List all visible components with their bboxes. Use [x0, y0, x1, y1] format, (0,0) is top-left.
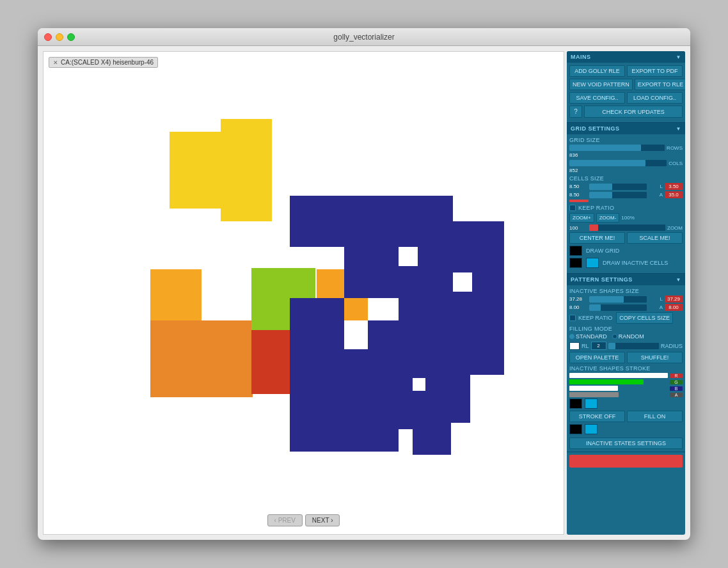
copy-cells-button[interactable]: COPY CELLS SIZE [616, 312, 673, 324]
cell-indicator [569, 200, 589, 202]
cell-a-track[interactable] [589, 192, 647, 198]
zoom-label: ZOOM [667, 225, 683, 231]
zoom-track[interactable] [589, 225, 665, 231]
svg-rect-7 [202, 320, 253, 372]
palette-shuffle-row: OPEN PALETTE SHUFFLE! [569, 352, 683, 363]
keep-copy-row: KEEP RATIO COPY CELLS SIZE [569, 312, 683, 324]
app-window: golly_vectorializer ✕ CA:(SCALED X4) hei… [38, 28, 690, 540]
stroke-fill-row: STROKE OFF FILL ON [569, 411, 683, 422]
stroke-b-label: B [670, 386, 683, 391]
random-radio-circle [612, 334, 617, 339]
standard-radio[interactable]: STANDARD [569, 333, 607, 340]
save-config-button[interactable]: SAVE CONFIG.. [569, 92, 625, 104]
rl-swatch[interactable] [569, 342, 580, 350]
window-controls [44, 33, 75, 41]
file-tab-label: CA:(SCALED X4) heisenburp-46 [61, 59, 154, 66]
rows-fill [569, 145, 641, 151]
add-golly-button[interactable]: ADD GOLLY RLE [569, 65, 625, 77]
random-radio[interactable]: RANDOM [612, 333, 644, 340]
keep-ratio-row: KEEP RATIO [569, 205, 683, 211]
minimize-button[interactable] [56, 33, 63, 41]
cell-l-track[interactable] [589, 184, 647, 190]
inactive-states-button[interactable]: INACTIVE STATES SETTINGS [569, 438, 683, 449]
stroke-a-bar[interactable] [569, 392, 668, 397]
stroke-swatch[interactable] [569, 398, 582, 409]
mains-title: MAINS [571, 54, 591, 60]
svg-rect-18 [399, 196, 453, 247]
cells-size-label: CELLS SIZE [569, 175, 683, 182]
load-config-button[interactable]: LOAD CONFIG.. [627, 92, 683, 104]
cols-track[interactable] [569, 160, 667, 166]
file-icon: ✕ [53, 59, 58, 66]
svg-rect-6 [150, 372, 202, 397]
fill-swatch1[interactable] [569, 424, 582, 434]
export-pdf-button[interactable]: EXPORT TO PDF [627, 65, 683, 77]
cell-a-val: 8.50 [569, 192, 587, 198]
draw-row2: DRAW INACTIVE CELLS [569, 258, 683, 268]
svg-rect-0 [170, 132, 221, 183]
stroke-a-row: A [569, 392, 683, 397]
stroke-g-bar[interactable] [569, 379, 668, 384]
cell-l-label: L [649, 184, 663, 189]
scale-me-button[interactable]: SCALE ME! [627, 232, 683, 244]
svg-rect-8 [202, 372, 253, 397]
svg-rect-40 [413, 378, 425, 391]
inactive-l-val: 37.28 [569, 296, 587, 302]
draw-inactive-swatch1[interactable] [569, 258, 582, 268]
rows-val: 836 [569, 152, 587, 158]
check-updates-button[interactable]: CHECK FOR UPDATES [584, 106, 683, 118]
cell-a-label: A [649, 192, 663, 198]
inactive-l-box: 37.29 [665, 296, 683, 303]
zoom-plus-button[interactable]: ZOOM+ [569, 213, 594, 223]
zoom-val: 100 [569, 225, 587, 231]
help-button[interactable]: ? [569, 106, 582, 118]
pattern-arrow: ▼ [676, 277, 681, 283]
svg-rect-29 [399, 247, 418, 266]
scroll-indicator [569, 455, 683, 468]
cell-a-row: 8.50 A 35.0 [569, 191, 683, 198]
svg-rect-1 [221, 119, 272, 170]
filling-mode-row: STANDARD RANDOM [569, 333, 683, 340]
center-me-button[interactable]: CENTER ME! [569, 232, 625, 244]
file-tab[interactable]: ✕ CA:(SCALED X4) heisenburp-46 [49, 57, 158, 68]
keep-ratio-checkbox[interactable] [569, 205, 576, 211]
next-button[interactable]: NEXT › [305, 514, 340, 526]
fill-swatch2[interactable] [585, 424, 597, 434]
mains-arrow: ▼ [676, 54, 681, 60]
draw-inactive-swatch2[interactable] [586, 258, 599, 268]
close-button[interactable] [44, 33, 52, 41]
pattern-canvas[interactable] [86, 84, 521, 519]
cell-a-fill [589, 192, 612, 198]
inactive-a-row: 8.00 A 8.00 [569, 304, 683, 311]
rows-track[interactable] [569, 145, 665, 151]
svg-rect-13 [290, 196, 344, 247]
open-palette-button[interactable]: OPEN PALETTE [569, 352, 625, 363]
svg-rect-25 [290, 349, 344, 400]
export-rle-button[interactable]: EXPORT TO RLE [635, 79, 685, 90]
small-swatch[interactable] [585, 398, 597, 409]
stroke-b-bar[interactable] [569, 386, 618, 391]
stroke-b-row: B [569, 386, 683, 391]
cols-label: COLS [669, 161, 683, 166]
inactive-a-box: 8.00 [665, 304, 683, 311]
new-void-button[interactable]: NEW VOID PATTERN [569, 79, 633, 90]
swatch-row [569, 398, 683, 409]
cell-l-val: 8.50 [569, 184, 587, 189]
stroke-off-button[interactable]: STROKE OFF [569, 411, 625, 422]
shuffle-button[interactable]: SHUFFLE! [627, 352, 683, 363]
zoom-minus-button[interactable]: ZOOM- [596, 213, 620, 223]
radius-track[interactable] [608, 343, 659, 349]
mains-row2: NEW VOID PATTERN EXPORT TO RLE [569, 79, 683, 90]
svg-rect-14 [344, 196, 399, 247]
inactive-a-track[interactable] [589, 304, 647, 311]
inactive-keep-ratio-checkbox[interactable] [569, 315, 576, 321]
inactive-l-track[interactable] [589, 296, 647, 303]
fill-on-button[interactable]: FILL ON [627, 411, 683, 422]
draw-grid-swatch[interactable] [569, 246, 582, 256]
prev-button[interactable]: ‹ PREV [267, 514, 303, 526]
maximize-button[interactable] [67, 33, 75, 41]
radius-input[interactable]: 2 [591, 342, 606, 350]
standard-radio-circle [569, 334, 574, 339]
pattern-settings-body: INACTIVE SHAPES SIZE 37.28 L 37.29 8.00 [567, 285, 685, 452]
stroke-r-bar[interactable] [569, 373, 668, 378]
